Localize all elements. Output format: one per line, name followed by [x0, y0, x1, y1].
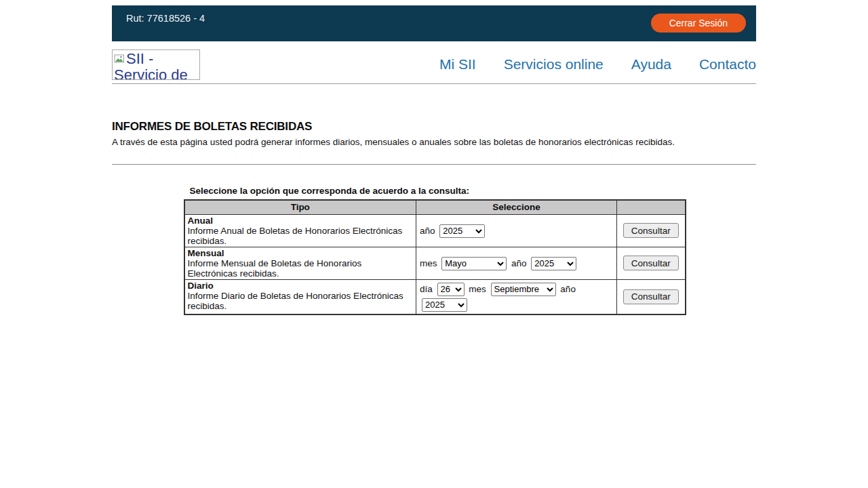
mensual-consultar-button[interactable]: Consultar: [623, 256, 679, 270]
mensual-month-select[interactable]: Mayo: [441, 257, 507, 270]
column-header-tipo: Tipo: [184, 200, 416, 214]
rut-label: Rut: 77618526 - 4: [112, 5, 205, 24]
row-description-anual: Informe Anual de Boletas de Honorarios E…: [188, 226, 403, 246]
row-type-diario: Diario: [188, 281, 414, 291]
row-description-diario: Informe Diario de Boletas de Honorarios …: [188, 291, 403, 311]
nav-link-contacto[interactable]: Contacto: [699, 56, 756, 73]
nav-link-mi-sii[interactable]: Mi SII: [439, 56, 476, 73]
mensual-month-label: mes: [420, 258, 437, 268]
nav-link-servicios-online[interactable]: Servicios online: [504, 56, 604, 73]
table-row-mensual: Mensual Informe Mensual de Boletas de Ho…: [184, 247, 686, 279]
mensual-year-select[interactable]: 2025: [531, 257, 576, 270]
section-divider: [112, 164, 756, 165]
reports-table: Tipo Seleccione Anual Informe Anual de B…: [184, 199, 686, 315]
page-container: Rut: 77618526 - 4 Cerrar Sesión SII - Se…: [112, 5, 756, 315]
anual-year-label: año: [420, 226, 435, 236]
table-caption: Seleccione la opción que corresponda de …: [184, 186, 685, 196]
brand-nav-row: SII - Servicio de Mi SII Servicios onlin…: [112, 41, 756, 84]
reports-table-block: Seleccione la opción que corresponda de …: [184, 186, 685, 315]
table-row-anual: Anual Informe Anual de Boletas de Honora…: [184, 214, 686, 247]
column-header-seleccione: Seleccione: [416, 200, 617, 214]
mensual-year-label: año: [511, 258, 527, 268]
page-description: A través de esta página usted podrá gene…: [112, 137, 756, 147]
row-description-mensual: Informe Mensual de Boletas de Honorarios…: [188, 258, 362, 279]
diario-year-label: año: [560, 284, 576, 294]
logout-button[interactable]: Cerrar Sesión: [651, 14, 746, 33]
diario-month-select[interactable]: Septiembre: [491, 283, 556, 296]
diario-day-label: día: [420, 284, 433, 294]
diario-consultar-button[interactable]: Consultar: [623, 289, 679, 304]
main-nav: Mi SII Servicios online Ayuda Contacto: [439, 56, 756, 73]
table-row-diario: Diario Informe Diario de Boletas de Hono…: [184, 279, 686, 314]
row-type-anual: Anual: [188, 216, 414, 226]
diario-year-select[interactable]: 2025: [422, 298, 467, 312]
anual-consultar-button[interactable]: Consultar: [623, 223, 679, 238]
broken-image-icon: [114, 54, 125, 64]
diario-month-label: mes: [469, 284, 486, 294]
page-title: INFORMES DE BOLETAS RECIBIDAS: [112, 120, 756, 134]
anual-year-select[interactable]: 2025: [439, 224, 485, 238]
column-header-actions: [617, 200, 686, 214]
nav-link-ayuda[interactable]: Ayuda: [631, 56, 671, 73]
session-bar: Rut: 77618526 - 4 Cerrar Sesión: [112, 5, 756, 41]
diario-day-select[interactable]: 26: [437, 283, 465, 296]
row-type-mensual: Mensual: [188, 248, 414, 258]
sii-logo-broken-image[interactable]: SII - Servicio de: [112, 49, 200, 80]
table-header-row: Tipo Seleccione: [184, 200, 686, 214]
